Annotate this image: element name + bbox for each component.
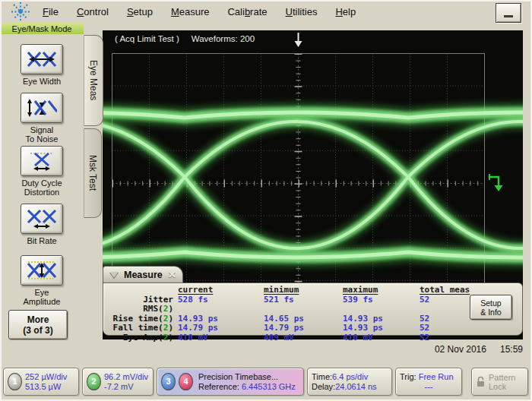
eye-amplitude-label: Eye Amplitude <box>0 288 84 306</box>
channel-2-badge: 2 <box>87 373 101 390</box>
eye-amplitude-button[interactable] <box>21 255 63 286</box>
col-total-meas: total meas <box>420 286 503 295</box>
eye-amplitude-icon <box>27 260 57 280</box>
cell-value: 52 <box>420 324 503 333</box>
channel-4-badge: 4 <box>179 373 193 390</box>
precision-timebase-label: Precision Timebase... <box>198 372 296 382</box>
time-value: 6.4 ps/div <box>332 372 368 381</box>
time-label: 15:59 <box>500 344 523 355</box>
tab-msk-test[interactable]: Msk Test <box>84 128 102 218</box>
menu-calibrate[interactable]: Calibrate <box>227 6 267 17</box>
menu-bar: File Control Setup Measure Calibrate Uti… <box>0 0 532 23</box>
row-label: Jitter RMS(2) <box>108 295 178 314</box>
eye-width-button[interactable] <box>21 44 63 74</box>
pattern-lock-button[interactable]: Pattern Lock <box>471 368 528 396</box>
measure-panel-tab[interactable]: Measure ✕ <box>103 266 183 283</box>
cell-value: 528 fs <box>178 295 264 314</box>
channel-1-panel[interactable]: 1 252 µW/div 513.5 µW <box>3 368 79 396</box>
duty-cycle-distortion-icon <box>27 151 57 171</box>
date-label: 02 Nov 2016 <box>435 344 486 355</box>
ch1-offset: 513.5 µW <box>25 382 67 392</box>
measure-panel: current minimum maximum total meas Jitte… <box>103 283 523 336</box>
cell-value: 410 mV <box>343 333 420 343</box>
duty-cycle-distortion-label: Duty Cycle Distortion <box>0 178 84 197</box>
time-label: Time: <box>312 372 332 381</box>
bit-rate-icon <box>27 209 57 229</box>
signal-to-noise-button[interactable] <box>21 93 63 123</box>
oscilloscope-window: { "window": {"minimize": "_"}, "menu": {… <box>0 0 532 401</box>
bit-rate-label: Bit Rate <box>0 236 84 245</box>
bit-rate-button[interactable] <box>21 204 63 234</box>
trig-label: Trig: <box>400 372 416 381</box>
measure-table: current minimum maximum total meas Jitte… <box>108 286 503 343</box>
measure-panel-title: Measure <box>124 270 163 280</box>
cell-value: 409 mV <box>264 333 343 343</box>
eye-width-icon <box>27 50 57 68</box>
waveforms-count: Waveforms: 200 <box>192 34 255 43</box>
menu-file[interactable]: File <box>43 6 59 17</box>
channel-1-badge: 1 <box>8 373 22 390</box>
mode-label: Eye/Mask Mode <box>0 23 84 34</box>
ch2-scale: 96.2 mV/div <box>104 372 148 382</box>
col-maximum: maximum <box>343 286 420 295</box>
ch1-scale: 252 µW/div <box>25 372 67 382</box>
signal-to-noise-icon <box>27 98 57 118</box>
cell-value: 52 <box>420 333 503 343</box>
timebase-panel[interactable]: 3 4 Precision Timebase... Reference: 6.4… <box>157 368 304 396</box>
eye-amplitude-tool: Eye Amplitude <box>0 255 84 306</box>
bit-rate-tool: Bit Rate <box>0 204 84 245</box>
trig-line2: --- <box>400 382 458 392</box>
cell-value: 410 mV <box>178 333 264 343</box>
menu-utilities[interactable]: Utilities <box>286 6 318 17</box>
duty-cycle-distortion-button[interactable] <box>21 146 63 176</box>
channel-3-badge: 3 <box>161 373 176 390</box>
reference-label: Reference: <box>198 382 239 391</box>
delay-value: 24.0614 ns <box>335 382 376 391</box>
trig-value: Free Run <box>419 372 454 381</box>
reference-value: 6.445313 GHz <box>242 382 296 391</box>
minimize-icon <box>504 15 513 17</box>
trigger-elbow-icon <box>489 174 503 191</box>
collapse-triangle-icon <box>109 272 119 278</box>
channel-2-panel[interactable]: 2 96.2 mV/div -7.2 mV <box>82 368 154 396</box>
acquisition-status: ( Acq Limit Test ) Waveforms: 200 <box>115 34 255 43</box>
tab-eye-meas[interactable]: Eye Meas <box>84 35 103 126</box>
setup-info-button[interactable]: Setup & Info <box>470 295 512 320</box>
minimize-button[interactable] <box>496 3 521 23</box>
cell-value: 539 fs <box>343 295 420 314</box>
menu-setup[interactable]: Setup <box>127 6 153 17</box>
datetime: 02 Nov 2016 15:59 <box>435 344 523 355</box>
ch2-offset: -7.2 mV <box>104 382 148 392</box>
trigger-panel[interactable]: Trig: Free Run --- <box>395 368 462 396</box>
row-label: Eye Amp(2) <box>108 333 178 343</box>
menu-measure[interactable]: Measure <box>171 6 210 17</box>
eye-width-tool: Eye Width <box>0 44 84 86</box>
col-minimum: minimum <box>264 286 343 295</box>
trigger-level-arrow-icon <box>295 33 302 47</box>
signal-to-noise-tool: Signal To Noise <box>0 93 84 144</box>
menu-help[interactable]: Help <box>335 6 356 17</box>
col-current: current <box>178 286 264 295</box>
duty-cycle-distortion-tool: Duty Cycle Distortion <box>0 146 84 197</box>
delay-label: Delay: <box>312 382 335 391</box>
signal-to-noise-label: Signal To Noise <box>0 125 84 144</box>
pattern-lock-label: Pattern Lock <box>489 373 515 391</box>
agilent-logo-icon <box>9 2 32 22</box>
acq-limit-test-label: ( Acq Limit Test ) <box>115 34 179 43</box>
more-button[interactable]: More (3 of 3) <box>8 310 68 339</box>
close-icon[interactable]: ✕ <box>168 269 176 280</box>
time-panel[interactable]: Time:6.4 ps/div Delay:24.0614 ns <box>307 368 392 396</box>
eye-width-label: Eye Width <box>0 77 84 86</box>
lock-icon <box>476 376 486 388</box>
cell-value: 521 fs <box>264 295 343 314</box>
menu-control[interactable]: Control <box>77 6 109 17</box>
